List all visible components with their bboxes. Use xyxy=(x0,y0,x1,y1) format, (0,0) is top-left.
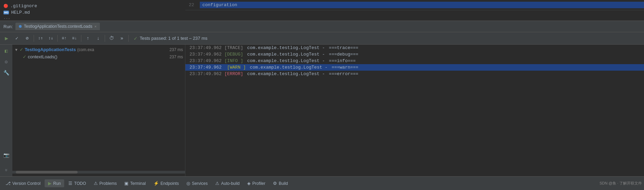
sidebar-icon-camera[interactable]: 📷 xyxy=(1,150,11,160)
terminal-label: Terminal xyxy=(130,181,146,186)
auto-build-icon: ⚠ xyxy=(215,181,219,186)
stop-button[interactable]: ⊘ xyxy=(23,34,32,43)
sidebar-icon-3[interactable]: 🔧 xyxy=(1,68,11,78)
align-left-button[interactable]: ≡↑ xyxy=(60,34,69,43)
suite-time: 237 ms xyxy=(170,47,183,52)
test-panel: ◧ ⚙ 🔧 📷 » ▼ ✓ TestlogApplicationTests (c… xyxy=(0,45,185,176)
log-logger-1: com.example.testlog.LogTest - xyxy=(244,45,325,50)
check-button[interactable]: ✓ xyxy=(12,34,21,43)
editor-content: configuration xyxy=(200,2,644,8)
status-todo[interactable]: ☰ TODO xyxy=(65,179,89,187)
clock-button[interactable]: ⏱ xyxy=(107,34,116,43)
up-button[interactable]: ↑ xyxy=(83,34,92,43)
status-check-icon: ✓ xyxy=(134,36,138,41)
profiler-label: Profiler xyxy=(252,181,265,186)
log-msg-5: ===error=== xyxy=(326,71,358,76)
log-level-warn: [WARN ] xyxy=(225,65,246,70)
services-icon: ◎ xyxy=(186,181,190,186)
test-case-row[interactable]: ✓ contextLoads() 237 ms xyxy=(12,53,185,60)
endpoints-icon: ⚡ xyxy=(153,181,159,186)
tab-run-icon xyxy=(19,25,22,28)
log-logger-3: com.example.testlog.LogTest - xyxy=(244,58,325,63)
services-label: Services xyxy=(192,181,208,186)
top-area: 🔴 .gitignore MD HELP.md ··· 22 configura… xyxy=(0,0,644,21)
problems-label: Problems xyxy=(100,181,117,186)
log-line-info: 23:37:49.962 [INFO ] com.example.testlog… xyxy=(185,58,644,64)
status-services[interactable]: ◎ Services xyxy=(183,179,211,187)
file-tree-top: 🔴 .gitignore MD HELP.md ··· xyxy=(0,0,185,21)
help-label: HELP.md xyxy=(11,10,30,15)
editor-top: 22 configuration xyxy=(185,0,644,21)
test-tree: ▼ ✓ TestlogApplicationTests (com.exa 237… xyxy=(12,45,185,62)
log-ts-3: 23:37:49.962 xyxy=(189,58,222,63)
git-icon: 🔴 xyxy=(3,4,8,8)
log-logger-4: com.example.testlog.LogTest - xyxy=(247,65,327,70)
endpoints-label: Endpoints xyxy=(161,181,179,186)
case-time: 237 ms xyxy=(170,55,183,59)
log-level-trace: [TRACE] xyxy=(225,45,243,50)
log-line-trace: 23:37:49.962 [TRACE] com.example.testlog… xyxy=(185,45,644,51)
log-msg-4: ===warn=== xyxy=(329,65,358,70)
more-button[interactable]: » xyxy=(117,34,126,43)
build-label: Build xyxy=(279,181,288,186)
run-tabbar: Run: TestlogApplicationTests.contextLoad… xyxy=(0,21,644,32)
log-level-info: [INFO ] xyxy=(225,58,243,63)
file-item-help[interactable]: MD HELP.md xyxy=(3,9,182,16)
run-tab-close[interactable]: × xyxy=(94,24,96,28)
file-item-gitignore[interactable]: 🔴 .gitignore xyxy=(3,3,182,9)
case-name: contextLoads() xyxy=(28,54,57,59)
sort-desc-button[interactable]: ↕⇓ xyxy=(46,34,55,43)
run-icon: ▶ xyxy=(48,181,51,186)
toolbar-sep-5 xyxy=(128,35,129,42)
todo-icon: ☰ xyxy=(68,181,72,186)
status-terminal[interactable]: ▣ Terminal xyxy=(121,179,149,187)
status-profiler[interactable]: ◈ Profiler xyxy=(244,179,269,187)
run-label: Run: xyxy=(3,24,13,29)
status-build[interactable]: ⚙ Build xyxy=(269,179,291,187)
log-ts-5: 23:37:49.962 xyxy=(189,71,222,76)
sidebar-icon-1[interactable]: ◧ xyxy=(1,46,11,56)
run-label-status: Run xyxy=(53,181,61,186)
line-number: 22 xyxy=(185,2,200,8)
status-text: Tests passed: 1 of 1 test – 237 ms xyxy=(140,36,207,41)
log-panel: 23:37:49.962 [TRACE] com.example.testlog… xyxy=(185,45,644,176)
sidebar-icon-2[interactable]: ⚙ xyxy=(1,57,11,67)
suite-check-icon: ✓ xyxy=(20,47,23,52)
status-bar: ⎇ Version Control ▶ Run ☰ TODO ⚠ Problem… xyxy=(0,176,644,190)
toolbar-sep-2 xyxy=(57,35,58,42)
gitignore-label: .gitignore xyxy=(10,3,37,9)
profiler-icon: ◈ xyxy=(247,181,251,186)
log-logger-5: com.example.testlog.LogTest - xyxy=(244,71,325,76)
test-suite-row[interactable]: ▼ ✓ TestlogApplicationTests (com.exa 237… xyxy=(12,46,185,53)
toolbar-sep-3 xyxy=(81,35,81,42)
version-control-icon: ⎇ xyxy=(5,181,11,186)
run-tab[interactable]: TestlogApplicationTests.contextLoads × xyxy=(15,23,100,30)
toolbar: ▶ ✓ ⊘ ↕⇑ ↕⇓ ≡↑ ≡↓ ↑ ↓ ⏱ » ✓ Tests passed… xyxy=(0,32,644,45)
version-control-label: Version Control xyxy=(12,181,41,186)
log-ts-4: 23:37:49.962 xyxy=(189,65,222,70)
play-button[interactable]: ▶ xyxy=(2,34,11,43)
status-problems[interactable]: ⚠ Problems xyxy=(90,179,120,187)
log-msg-3: ===info=== xyxy=(326,58,356,63)
todo-label: TODO xyxy=(74,181,86,186)
run-tab-label: TestlogApplicationTests.contextLoads xyxy=(24,24,92,29)
log-ts-1: 23:37:49.962 xyxy=(189,45,222,50)
ellipsis-icon: ··· xyxy=(3,16,10,21)
sidebar-icon-more[interactable]: » xyxy=(1,165,11,175)
log-line-warn[interactable]: 23:37:49.962 [WARN ] com.example.testlog… xyxy=(185,64,644,71)
log-ts-2: 23:37:49.962 xyxy=(189,52,222,57)
log-msg-2: ===debug=== xyxy=(326,52,358,57)
align-right-button[interactable]: ≡↓ xyxy=(70,34,79,43)
scrollbar-thumb[interactable] xyxy=(16,171,78,174)
status-auto-build[interactable]: ⚠ Auto-build xyxy=(212,179,243,187)
suite-expand-icon[interactable]: ▼ xyxy=(14,48,18,52)
log-logger-2: com.example.testlog.LogTest - xyxy=(244,52,325,57)
status-run[interactable]: ▶ Run xyxy=(45,179,64,187)
down-button[interactable]: ↓ xyxy=(94,34,103,43)
auto-build-label: Auto-build xyxy=(221,181,240,186)
sort-asc-button[interactable]: ↕⇑ xyxy=(36,34,45,43)
suite-meta: (com.exa xyxy=(77,47,94,52)
status-version-control[interactable]: ⎇ Version Control xyxy=(2,179,44,187)
status-endpoints[interactable]: ⚡ Endpoints xyxy=(150,179,182,187)
toolbar-status: ✓ Tests passed: 1 of 1 test – 237 ms xyxy=(134,36,207,41)
